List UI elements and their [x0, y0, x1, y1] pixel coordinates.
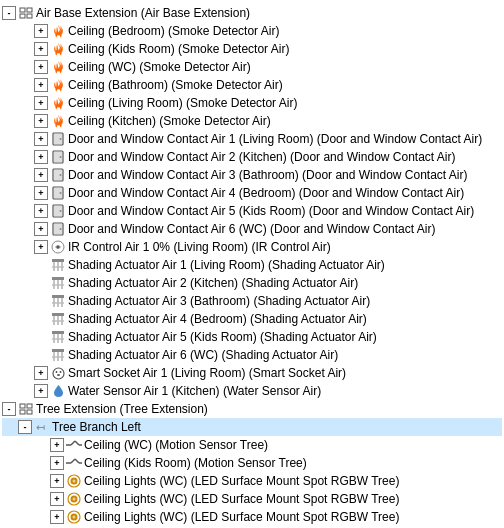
expand-button[interactable]: +: [34, 96, 48, 110]
item-label: Tree Branch Left: [52, 420, 141, 434]
expand-button[interactable]: +: [50, 474, 64, 488]
tree-item[interactable]: +Door and Window Contact Air 5 (Kids Roo…: [2, 202, 502, 220]
item-label: Door and Window Contact Air 1 (Living Ro…: [68, 132, 482, 146]
item-label: Water Sensor Air 1 (Kitchen) (Water Sens…: [68, 384, 321, 398]
expand-button[interactable]: +: [50, 456, 64, 470]
item-label: Door and Window Contact Air 2 (Kitchen) …: [68, 150, 456, 164]
svg-rect-2: [20, 14, 25, 18]
tree-item[interactable]: +Ceiling Lights (WC) (LED Surface Mount …: [2, 508, 502, 526]
expand-button[interactable]: +: [34, 366, 48, 380]
tree-item[interactable]: +Door and Window Contact Air 2 (Kitchen)…: [2, 148, 502, 166]
svg-rect-34: [52, 295, 64, 298]
svg-point-54: [53, 368, 64, 379]
item-label: Ceiling (Kitchen) (Smoke Detector Air): [68, 114, 271, 128]
tree-item[interactable]: +IR Control Air 1 0% (Living Room) (IR C…: [2, 238, 502, 256]
tree-item[interactable]: +Ceiling Lights (WC) (LED Surface Mount …: [2, 472, 502, 490]
svg-point-21: [60, 228, 62, 230]
led-light-icon: [66, 509, 82, 525]
tree-item[interactable]: Shading Actuator Air 2 (Kitchen) (Shadin…: [2, 274, 502, 292]
tree-item[interactable]: -Tree Extension (Tree Extension): [2, 400, 502, 418]
expand-button[interactable]: +: [34, 222, 48, 236]
item-label: Ceiling Lights (WC) (LED Surface Mount S…: [84, 474, 399, 488]
expand-button[interactable]: +: [34, 168, 48, 182]
tree-item[interactable]: Shading Actuator Air 5 (Kids Room) (Shad…: [2, 328, 502, 346]
item-label: Tree Extension (Tree Extension): [36, 402, 208, 416]
item-label: Ceiling (Bathroom) (Smoke Detector Air): [68, 78, 283, 92]
tree-item[interactable]: +Ceiling (Kitchen) (Smoke Detector Air): [2, 112, 502, 130]
expand-button[interactable]: +: [34, 384, 48, 398]
svg-point-15: [60, 192, 62, 194]
svg-point-9: [60, 156, 62, 158]
tree-item[interactable]: +Ceiling (Bedroom) (Smoke Detector Air): [2, 22, 502, 40]
item-label: Ceiling (WC) (Smoke Detector Air): [68, 60, 251, 74]
tree-item[interactable]: +Smart Socket Air 1 (Living Room) (Smart…: [2, 364, 502, 382]
tree-item[interactable]: +Ceiling (Kids Room) (Motion Sensor Tree…: [2, 454, 502, 472]
svg-rect-1: [27, 8, 32, 12]
svg-rect-61: [27, 410, 32, 414]
svg-rect-59: [27, 404, 32, 408]
tree-item[interactable]: Shading Actuator Air 4 (Bedroom) (Shadin…: [2, 310, 502, 328]
motion-sensor-icon: [66, 455, 82, 471]
tree-item[interactable]: Shading Actuator Air 1 (Living Room) (Sh…: [2, 256, 502, 274]
expand-button[interactable]: +: [34, 78, 48, 92]
svg-line-64: [71, 441, 75, 445]
expand-button[interactable]: +: [34, 240, 48, 254]
expand-button[interactable]: +: [34, 24, 48, 38]
item-label: Shading Actuator Air 3 (Bathroom) (Shadi…: [68, 294, 370, 308]
tree-item[interactable]: +Door and Window Contact Air 1 (Living R…: [2, 130, 502, 148]
extension-grid-icon: [18, 401, 34, 417]
item-label: Shading Actuator Air 5 (Kids Room) (Shad…: [68, 330, 377, 344]
tree-item[interactable]: +Door and Window Contact Air 4 (Bedroom)…: [2, 184, 502, 202]
door-icon: [50, 203, 66, 219]
tree-item[interactable]: +Ceiling (Kids Room) (Smoke Detector Air…: [2, 40, 502, 58]
collapse-button[interactable]: -: [18, 420, 32, 434]
tree-item[interactable]: +Ceiling (Living Room) (Smoke Detector A…: [2, 94, 502, 112]
tree-item[interactable]: +Ceiling (Bathroom) (Smoke Detector Air): [2, 76, 502, 94]
tree-item[interactable]: +Ceiling Lights (WC) (LED Surface Mount …: [2, 490, 502, 508]
svg-line-68: [71, 459, 75, 463]
water-sensor-icon: [50, 383, 66, 399]
expand-button[interactable]: +: [34, 132, 48, 146]
collapse-button[interactable]: -: [2, 402, 16, 416]
tree-item[interactable]: -↤Tree Branch Left: [2, 418, 502, 436]
expand-button[interactable]: +: [34, 150, 48, 164]
expand-button[interactable]: +: [50, 492, 64, 506]
item-label: Door and Window Contact Air 3 (Bathroom)…: [68, 168, 468, 182]
fire-icon: [50, 95, 66, 111]
tree-item[interactable]: +Door and Window Contact Air 6 (WC) (Doo…: [2, 220, 502, 238]
tree-item[interactable]: Shading Actuator Air 6 (WC) (Shading Act…: [2, 346, 502, 364]
shading-actuator-icon: [50, 293, 66, 309]
svg-rect-29: [52, 277, 64, 280]
tree-item[interactable]: +Ceiling (WC) (Smoke Detector Air): [2, 58, 502, 76]
item-label: Ceiling (Kids Room) (Smoke Detector Air): [68, 42, 289, 56]
expand-button[interactable]: +: [34, 204, 48, 218]
tree-item[interactable]: +Water Sensor Air 1 (Kitchen) (Water Sen…: [2, 382, 502, 400]
led-light-icon: [66, 473, 82, 489]
motion-sensor-icon: [66, 437, 82, 453]
fire-icon: [50, 59, 66, 75]
svg-line-65: [75, 441, 79, 445]
collapse-button[interactable]: -: [2, 6, 16, 20]
svg-point-73: [73, 480, 76, 483]
tree-item[interactable]: Shading Actuator Air 3 (Bathroom) (Shadi…: [2, 292, 502, 310]
expand-button[interactable]: +: [34, 114, 48, 128]
expand-button[interactable]: +: [34, 42, 48, 56]
tree-item[interactable]: -Air Base Extension (Air Base Extension): [2, 4, 502, 22]
svg-rect-60: [20, 410, 25, 414]
expand-button[interactable]: +: [50, 438, 64, 452]
fire-icon: [50, 41, 66, 57]
svg-point-76: [73, 498, 76, 501]
door-icon: [50, 131, 66, 147]
svg-rect-48: [52, 338, 64, 340]
svg-point-18: [60, 210, 62, 212]
svg-rect-33: [52, 284, 64, 286]
expand-button[interactable]: +: [34, 186, 48, 200]
item-label: Ceiling (Living Room) (Smoke Detector Ai…: [68, 96, 297, 110]
expand-button[interactable]: +: [50, 510, 64, 524]
svg-point-57: [57, 374, 60, 376]
tree-item[interactable]: +Ceiling (WC) (Motion Sensor Tree): [2, 436, 502, 454]
tree-item[interactable]: +Door and Window Contact Air 3 (Bathroom…: [2, 166, 502, 184]
fire-icon: [50, 77, 66, 93]
svg-point-12: [60, 174, 62, 176]
expand-button[interactable]: +: [34, 60, 48, 74]
